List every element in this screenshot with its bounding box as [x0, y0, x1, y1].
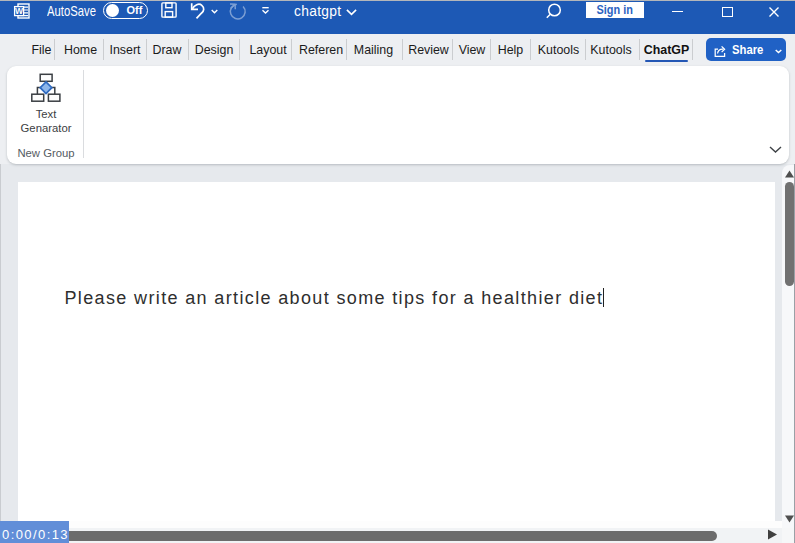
svg-text:W: W	[15, 6, 24, 16]
